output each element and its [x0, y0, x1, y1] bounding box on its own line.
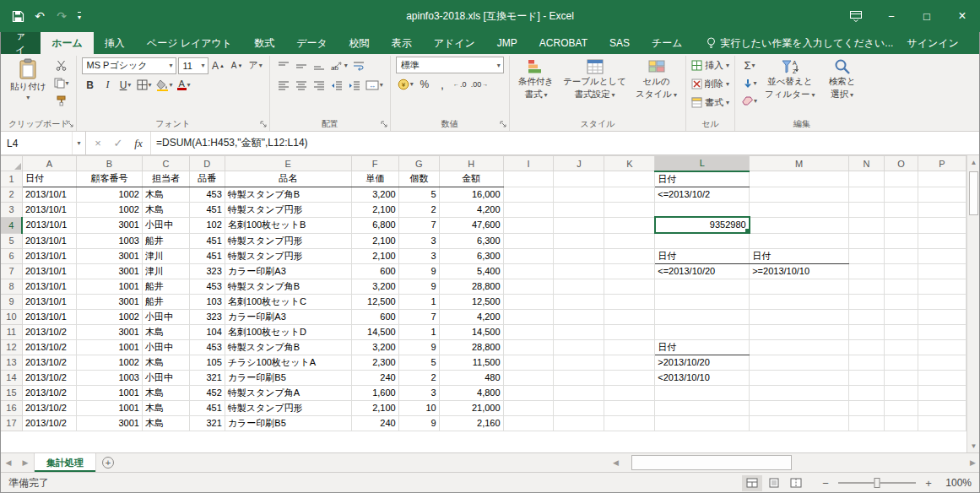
tab-SAS[interactable]: SAS [598, 32, 641, 54]
cell-P17[interactable] [918, 415, 966, 431]
cell-F7[interactable]: 600 [351, 263, 398, 279]
row-header-11[interactable]: 11 [1, 324, 23, 339]
copy-button[interactable]: ▾ [52, 74, 71, 92]
cell-H4[interactable]: 47,600 [439, 217, 503, 233]
cell-L1[interactable]: 日付 [655, 171, 750, 187]
new-sheet-button[interactable]: + [96, 453, 120, 472]
cell-J16[interactable] [554, 400, 604, 415]
cell-M11[interactable] [750, 324, 849, 339]
save-icon[interactable] [7, 4, 29, 28]
cell-C9[interactable]: 船井 [142, 294, 189, 309]
cell-A6[interactable]: 2013/10/1 [22, 248, 76, 263]
cell-D11[interactable]: 104 [189, 324, 225, 339]
tab-ページ レイアウト[interactable]: ページ レイアウト [136, 32, 243, 54]
cell-C5[interactable]: 船井 [142, 233, 189, 248]
minimize-button[interactable]: − [874, 0, 909, 32]
cell-N5[interactable] [849, 233, 885, 248]
cell-P16[interactable] [918, 400, 966, 415]
clipboard-dialog-launcher-icon[interactable] [67, 121, 74, 128]
cell-A16[interactable]: 2013/10/2 [22, 400, 76, 415]
cell-I6[interactable] [503, 248, 554, 263]
cell-D5[interactable]: 451 [189, 233, 225, 248]
cell-K12[interactable] [604, 339, 655, 355]
row-header-14[interactable]: 14 [1, 370, 23, 385]
cell-E3[interactable]: 特製スタンプ円形 [225, 202, 351, 217]
cell-F10[interactable]: 600 [351, 309, 398, 324]
cell-B17[interactable]: 3001 [76, 415, 142, 431]
cell-H15[interactable]: 4,800 [439, 385, 503, 400]
cell-N2[interactable] [849, 187, 885, 202]
cell-I10[interactable] [503, 309, 554, 324]
cell-L15[interactable] [655, 385, 750, 400]
col-header-F[interactable]: F [351, 156, 398, 171]
cell-H13[interactable]: 11,500 [439, 355, 503, 370]
cell-E14[interactable]: カラー印刷B5 [225, 370, 351, 385]
col-header-G[interactable]: G [398, 156, 439, 171]
cell-K3[interactable] [604, 202, 655, 217]
cell-N6[interactable] [849, 248, 885, 263]
percent-style-button[interactable]: % [416, 75, 433, 93]
borders-button[interactable]: ▾ [135, 76, 154, 94]
cell-P13[interactable] [918, 355, 966, 370]
align-top-button[interactable] [275, 57, 292, 74]
cell-L10[interactable] [655, 309, 750, 324]
cell-A11[interactable]: 2013/10/2 [22, 324, 76, 339]
cell-G1[interactable]: 個数 [398, 171, 439, 187]
cell-G4[interactable]: 7 [398, 217, 439, 233]
cell-J1[interactable] [554, 171, 604, 187]
cell-G12[interactable]: 9 [398, 339, 439, 355]
ribbon-display-options-icon[interactable] [838, 0, 874, 32]
cell-D1[interactable]: 品番 [189, 171, 225, 187]
cell-A13[interactable]: 2013/10/2 [22, 355, 76, 370]
tab-file[interactable]: ファイル [0, 32, 41, 54]
cell-A2[interactable]: 2013/10/1 [22, 187, 76, 202]
cell-N4[interactable] [849, 217, 885, 233]
cell-N14[interactable] [849, 370, 885, 385]
cell-K1[interactable] [604, 171, 655, 187]
row-header-4[interactable]: 4 [1, 217, 23, 233]
cell-J13[interactable] [554, 355, 604, 370]
phonetic-guide-button[interactable]: ア▾ [247, 57, 264, 74]
horizontal-scrollbar[interactable]: ◀ ▶ [609, 453, 980, 472]
cell-M3[interactable] [750, 202, 849, 217]
currency-format-button[interactable]: ¥ ▾ [396, 75, 415, 93]
cell-N17[interactable] [849, 415, 885, 431]
cell-G8[interactable]: 9 [398, 279, 439, 294]
font-size-combo[interactable]: 11▾ [178, 57, 208, 74]
cell-O11[interactable] [885, 324, 918, 339]
zoom-slider-thumb[interactable] [874, 478, 880, 488]
cell-M12[interactable] [750, 339, 849, 355]
align-left-button[interactable] [275, 76, 292, 94]
number-dialog-launcher-icon[interactable] [500, 121, 507, 128]
select-all-corner[interactable] [1, 156, 23, 171]
cell-K2[interactable] [604, 187, 655, 202]
cell-N16[interactable] [849, 400, 885, 415]
cell-P4[interactable] [918, 217, 966, 233]
cell-L17[interactable] [655, 415, 750, 431]
fill-color-button[interactable]: ▾ [154, 76, 175, 94]
cell-L9[interactable] [655, 294, 750, 309]
cell-N15[interactable] [849, 385, 885, 400]
zoom-level[interactable]: 100% [941, 477, 972, 489]
cell-A14[interactable]: 2013/10/2 [22, 370, 76, 385]
font-dialog-launcher-icon[interactable] [260, 121, 268, 128]
cell-N12[interactable] [849, 339, 885, 355]
cell-J12[interactable] [554, 339, 604, 355]
cell-C15[interactable]: 木島 [142, 385, 189, 400]
cell-A1[interactable]: 日付 [22, 171, 76, 187]
sheet-tab-active[interactable]: 集計処理 [34, 453, 96, 472]
cell-M8[interactable] [750, 279, 849, 294]
cell-O5[interactable] [885, 233, 918, 248]
horizontal-scroll-track[interactable] [623, 453, 966, 472]
close-button[interactable]: × [945, 0, 980, 32]
tab-ホーム[interactable]: ホーム [41, 32, 94, 54]
cell-E4[interactable]: 名刺100枚セットB [225, 217, 351, 233]
cell-F4[interactable]: 6,800 [351, 217, 398, 233]
cell-I16[interactable] [503, 400, 554, 415]
merge-center-button[interactable]: ↔ ▾ [364, 76, 385, 94]
cell-F12[interactable]: 3,200 [351, 339, 398, 355]
cell-J4[interactable] [554, 217, 604, 233]
cell-I1[interactable] [503, 171, 554, 187]
cell-M16[interactable] [750, 400, 849, 415]
scroll-down-icon[interactable]: ▼ [967, 439, 980, 452]
